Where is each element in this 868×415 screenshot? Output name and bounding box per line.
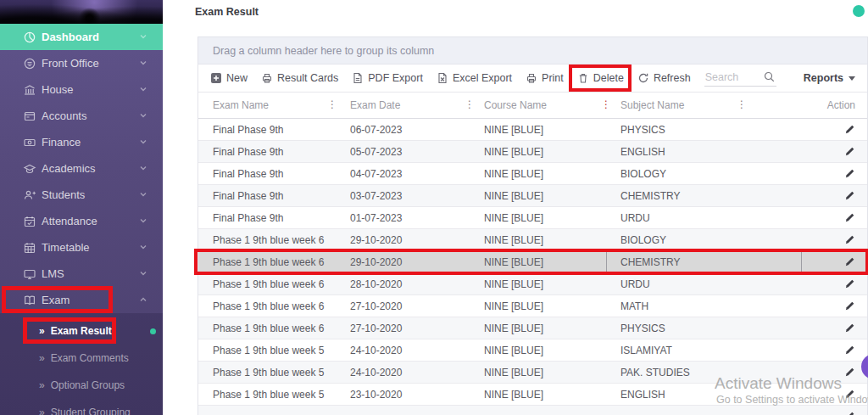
excel-export-button[interactable]: Excel Export: [437, 72, 512, 84]
sidebar-item-student-grouping[interactable]: » Student Grouping: [0, 399, 163, 415]
table-row[interactable]: Phase 1 9th blue week 6 27-10-2020 NINE …: [198, 295, 867, 317]
cell-exam-date: 03-07-2023: [350, 190, 402, 202]
cell-course-name: NINE [BLUE]: [484, 389, 543, 401]
cell-course-name: NINE [BLUE]: [484, 124, 543, 136]
print-button[interactable]: Print: [526, 72, 564, 84]
table-row[interactable]: Phase 1 9th blue week 6 29-10-2020 NINE …: [198, 229, 867, 251]
pdf-export-label: PDF Export: [368, 72, 423, 84]
table-row[interactable]: Phase 1 9th blue week 6 27-10-2020 NINE …: [198, 317, 867, 339]
pencil-icon: [844, 367, 855, 378]
pencil-icon: [844, 411, 855, 415]
cell-course-name: NINE [BLUE]: [484, 300, 543, 312]
search-box: [704, 69, 776, 87]
table-row[interactable]: [198, 406, 867, 415]
sidebar-item-lms[interactable]: LMS: [0, 261, 163, 287]
column-header-exam-name[interactable]: Exam Name: [213, 99, 269, 111]
refresh-button[interactable]: Refresh: [637, 72, 691, 84]
cell-course-name: NINE [BLUE]: [484, 212, 543, 224]
sidebar-item-students[interactable]: Students: [0, 182, 163, 208]
edit-button[interactable]: [844, 124, 855, 135]
edit-button[interactable]: [844, 300, 855, 311]
sidebar-item-exam-comments[interactable]: » Exam Comments: [0, 345, 163, 372]
sidebar-item-label: LMS: [42, 267, 64, 280]
cell-exam-name: Phase 1 9th blue week 6: [213, 278, 324, 290]
column-header-subject-name[interactable]: Subject Name: [620, 99, 684, 111]
status-dot: [853, 5, 865, 17]
edit-button[interactable]: [844, 322, 855, 334]
sidebar-item-optional-groups[interactable]: » Optional Groups: [0, 372, 163, 399]
new-button-label: New: [226, 72, 248, 84]
result-cards-button[interactable]: Result Cards: [261, 72, 338, 84]
column-header-exam-date[interactable]: Exam Date: [350, 99, 400, 111]
edit-button[interactable]: [844, 190, 855, 201]
table-row[interactable]: Final Phase 9th 05-07-2023 NINE [BLUE] E…: [198, 141, 867, 163]
sidebar-item-accounts[interactable]: Accounts: [0, 103, 163, 129]
sidebar-item-exam[interactable]: Exam: [0, 287, 163, 313]
sidebar-item-timetable[interactable]: Timetable: [0, 234, 163, 261]
column-menu-icon[interactable]: ⋮: [601, 98, 611, 110]
cell-course-name: NINE [BLUE]: [484, 190, 543, 202]
edit-button[interactable]: [844, 345, 855, 356]
table-row[interactable]: Final Phase 9th 04-07-2023 NINE [BLUE] B…: [198, 163, 867, 185]
table-row[interactable]: Final Phase 9th 03-07-2023 NINE [BLUE] C…: [198, 185, 867, 207]
sidebar-item-attendance[interactable]: Attendance: [0, 208, 163, 234]
edit-button[interactable]: [844, 168, 855, 179]
cell-course-name: NINE [BLUE]: [484, 256, 543, 268]
printer-icon: [261, 72, 273, 84]
sidebar-item-house[interactable]: House: [0, 76, 163, 103]
table-row[interactable]: Final Phase 9th 06-07-2023 NINE [BLUE] P…: [198, 119, 867, 141]
delete-button[interactable]: Delete: [577, 72, 624, 84]
sidebar-item-dashboard[interactable]: Dashboard: [0, 24, 163, 50]
print-label: Print: [542, 72, 564, 84]
cell-subject-name: PAK. STUDIES: [620, 367, 690, 379]
cell-exam-name: Final Phase 9th: [213, 124, 283, 136]
sidebar-item-finance[interactable]: Finance: [0, 129, 163, 155]
excel-file-icon: [437, 72, 448, 84]
edit-button[interactable]: [844, 367, 855, 378]
sidebar: Dashboard Front Office House Accounts Fi…: [0, 0, 163, 415]
pencil-icon: [844, 212, 855, 223]
timetable-icon: [23, 241, 36, 255]
edit-button[interactable]: [844, 256, 855, 267]
edit-button[interactable]: [844, 212, 855, 223]
table-row[interactable]: Phase 1 9th blue week 6 29-10-2020 NINE …: [198, 251, 867, 273]
new-button[interactable]: New: [210, 72, 248, 84]
table-row[interactable]: Phase 1 9th blue week 6 28-10-2020 NINE …: [198, 273, 867, 295]
edit-button[interactable]: [844, 234, 855, 245]
sidebar-item-label: Exam: [42, 294, 70, 306]
result-cards-label: Result Cards: [277, 72, 338, 84]
column-header-course-name[interactable]: Course Name: [484, 99, 547, 111]
cell-subject-name: PHYSICS: [620, 322, 665, 334]
column-menu-icon[interactable]: ⋮: [327, 98, 337, 110]
cell-course-name: NINE [BLUE]: [484, 367, 543, 379]
edit-button[interactable]: [844, 278, 855, 289]
search-icon[interactable]: [764, 71, 775, 82]
table-row[interactable]: Phase 1 9th blue week 5 24-10-2020 NINE …: [198, 339, 867, 362]
pdf-export-button[interactable]: PDF Export: [352, 72, 423, 84]
reports-dropdown[interactable]: Reports: [804, 72, 855, 84]
pencil-icon: [844, 322, 855, 334]
edit-button[interactable]: [844, 146, 855, 157]
cell-subject-name: ENGLISH: [620, 389, 665, 401]
group-by-band[interactable]: Drag a column header here to group its c…: [198, 37, 867, 64]
column-menu-icon[interactable]: ⋮: [465, 98, 475, 110]
trash-icon: [577, 72, 589, 84]
sidebar-item-academics[interactable]: Academics: [0, 155, 163, 182]
column-menu-icon[interactable]: ⋮: [737, 98, 747, 110]
excel-export-label: Excel Export: [453, 72, 512, 84]
pencil-icon: [844, 345, 855, 356]
cell-subject-name: BIOLOGY: [620, 234, 666, 246]
chevron-down-icon: [139, 111, 147, 120]
edit-button[interactable]: [844, 411, 855, 415]
chevron-down-icon: [139, 32, 147, 41]
pencil-icon: [844, 124, 855, 135]
cell-exam-date: 23-10-2020: [350, 389, 402, 401]
pencil-icon: [844, 146, 855, 157]
sidebar-item-front-office[interactable]: Front Office: [0, 50, 163, 76]
sidebar-item-label: Accounts: [42, 109, 86, 122]
page-title: Exam Result: [195, 6, 259, 18]
table-row[interactable]: Final Phase 9th 01-07-2023 NINE [BLUE] U…: [198, 207, 867, 229]
cell-exam-name: Phase 1 9th blue week 5: [213, 345, 324, 356]
sidebar-item-exam-result[interactable]: » Exam Result: [0, 317, 163, 345]
cell-exam-date: 28-10-2020: [350, 278, 402, 290]
